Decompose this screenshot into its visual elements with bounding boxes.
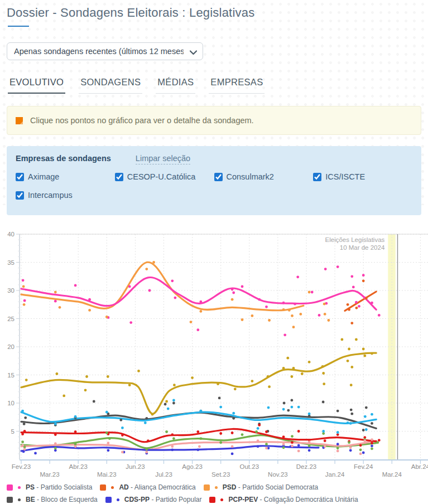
poll-point-liberal[interactable]	[267, 406, 270, 409]
tab-medias[interactable]: MÉDIAS	[156, 77, 195, 94]
poll-point-chega[interactable]	[350, 366, 353, 369]
poll-point-ps[interactable]	[355, 301, 358, 304]
poll-point-liberal[interactable]	[322, 430, 325, 433]
poll-point-pcp[interactable]	[121, 434, 124, 437]
poll-point-chega[interactable]	[85, 375, 88, 378]
poll-point-pcp[interactable]	[231, 432, 234, 434]
poll-point-ps[interactable]	[74, 284, 77, 287]
poll-point-livre[interactable]	[359, 453, 362, 455]
poll-point-cds[interactable]	[257, 445, 259, 448]
poll-point-be[interactable]	[145, 417, 148, 420]
poll-point-liberal[interactable]	[365, 428, 368, 431]
poll-point-ps[interactable]	[371, 302, 373, 304]
poll-point-pan[interactable]	[308, 444, 311, 447]
poll-point-be[interactable]	[362, 429, 365, 432]
poll-point-ps[interactable]	[318, 314, 321, 317]
poll-point-chega[interactable]	[191, 376, 194, 379]
poll-point-liberal[interactable]	[121, 427, 124, 429]
poll-point-psd[interactable]	[88, 309, 91, 312]
poll-point-liberal[interactable]	[282, 408, 285, 411]
poll-point-ps[interactable]	[378, 314, 381, 317]
poll-point-pan[interactable]	[265, 443, 268, 445]
poll-point-be[interactable]	[119, 419, 122, 421]
poll-point-pan[interactable]	[291, 435, 294, 438]
poll-point-psd[interactable]	[251, 314, 254, 317]
poll-point-ps[interactable]	[231, 288, 234, 291]
poll-point-be[interactable]	[371, 422, 373, 425]
poll-point-cds[interactable]	[362, 452, 365, 454]
poll-point-be[interactable]	[322, 401, 325, 404]
poll-point-pcp[interactable]	[265, 430, 268, 433]
poll-point-psd[interactable]	[200, 310, 203, 313]
poll-point-liberal[interactable]	[144, 421, 147, 424]
poll-point-pcp[interactable]	[171, 433, 174, 436]
tab-sondagens[interactable]: SONDAGENS	[79, 77, 142, 94]
poll-point-chega[interactable]	[308, 361, 311, 364]
poll-point-chega[interactable]	[267, 375, 270, 378]
poll-point-chega[interactable]	[322, 372, 325, 375]
poll-point-pan[interactable]	[105, 432, 108, 434]
poll-point-pan[interactable]	[359, 448, 362, 451]
poll-point-chega[interactable]	[128, 384, 131, 386]
poll-point-be[interactable]	[365, 406, 368, 409]
poll-point-cds[interactable]	[231, 453, 234, 455]
poll-point-livre[interactable]	[371, 438, 373, 441]
poll-point-livre[interactable]	[231, 445, 234, 448]
poll-point-liberal[interactable]	[200, 410, 203, 413]
poll-point-livre[interactable]	[171, 445, 174, 448]
poll-point-pcp[interactable]	[291, 441, 294, 444]
pollster-checkbox-consulmark2[interactable]	[214, 173, 223, 181]
poll-point-pcp[interactable]	[23, 430, 26, 433]
poll-point-liberal[interactable]	[167, 408, 170, 410]
poll-point-ps[interactable]	[362, 274, 365, 277]
pollster-checkbox-cesop[interactable]	[115, 173, 123, 181]
poll-point-psd[interactable]	[22, 285, 25, 288]
poll-point-pcp[interactable]	[54, 433, 57, 436]
poll-point-chega[interactable]	[165, 400, 168, 403]
legend-item-ad[interactable]: AD - Aliança Democrática	[100, 483, 195, 491]
poll-point-pan[interactable]	[376, 441, 379, 444]
poll-point-chega[interactable]	[25, 379, 28, 381]
poll-point-liberal[interactable]	[347, 421, 349, 424]
poll-point-cds[interactable]	[22, 450, 25, 453]
poll-point-livre[interactable]	[21, 444, 24, 447]
poll-point-chega[interactable]	[282, 367, 285, 370]
poll-point-be[interactable]	[172, 402, 175, 405]
poll-point-psd[interactable]	[241, 318, 244, 321]
poll-point-pan[interactable]	[21, 440, 24, 443]
poll-point-chega[interactable]	[217, 382, 219, 385]
poll-point-ps[interactable]	[148, 289, 151, 292]
poll-point-pan[interactable]	[54, 447, 57, 449]
poll-point-liberal[interactable]	[172, 399, 175, 402]
poll-point-ps[interactable]	[129, 321, 132, 324]
poll-point-chega[interactable]	[341, 338, 344, 341]
poll-point-chega[interactable]	[291, 375, 294, 378]
poll-point-livre[interactable]	[107, 442, 110, 444]
pollster-item-cesop[interactable]: CESOP-U.Católica	[115, 172, 214, 181]
poll-point-ps[interactable]	[88, 298, 91, 301]
poll-point-cds[interactable]	[171, 448, 174, 451]
poll-point-ps[interactable]	[350, 275, 353, 278]
poll-point-livre[interactable]	[74, 445, 77, 448]
tab-evolutivo[interactable]: EVOLUTIVO	[8, 77, 65, 94]
poll-point-ps[interactable]	[311, 291, 314, 294]
clear-selection-link[interactable]: Limpar seleção	[136, 154, 190, 164]
poll-point-ps[interactable]	[282, 302, 285, 304]
poll-point-chega[interactable]	[251, 380, 254, 382]
poll-point-psd[interactable]	[324, 313, 326, 316]
poll-point-be[interactable]	[232, 417, 235, 420]
poll-point-cds[interactable]	[371, 444, 373, 447]
poll-point-pcp[interactable]	[378, 439, 381, 442]
poll-point-ps[interactable]	[258, 298, 261, 301]
poll-point-chega[interactable]	[301, 372, 304, 375]
poll-point-chega[interactable]	[173, 384, 176, 386]
poll-point-livre[interactable]	[336, 450, 339, 453]
poll-point-livre[interactable]	[363, 439, 366, 442]
poll-point-pcp[interactable]	[258, 424, 261, 427]
pollster-checkbox-intercampus[interactable]	[16, 191, 24, 200]
poll-point-chega[interactable]	[268, 385, 271, 388]
poll-point-chega[interactable]	[151, 413, 154, 416]
pollster-item-intercampus[interactable]: Intercampus	[16, 191, 115, 200]
pollster-checkbox-ics-iscte[interactable]	[313, 173, 321, 181]
poll-point-cds[interactable]	[349, 449, 352, 452]
